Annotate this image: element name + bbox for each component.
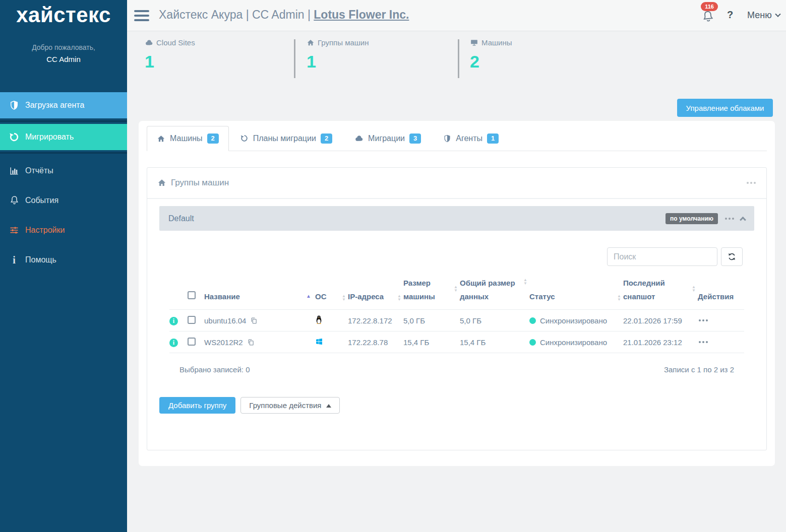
sliders-icon xyxy=(8,225,20,235)
cloud-icon xyxy=(354,135,364,142)
column-last-snapshot[interactable]: Последний снапшот xyxy=(623,276,698,310)
bar-chart-icon xyxy=(8,166,20,176)
select-all-checkbox-cell xyxy=(188,276,204,310)
table-footer: Выбрано записей: 0 Записи с 1 по 2 из 2 xyxy=(169,353,744,374)
header-info-spacer xyxy=(169,276,188,310)
status-text: Синхронизировано xyxy=(540,338,607,347)
help-button[interactable]: ? xyxy=(727,9,733,21)
column-os[interactable]: ОС xyxy=(315,276,348,310)
selected-records-text: Выбрано записей: 0 xyxy=(179,365,250,374)
group-accordion-header[interactable]: Default по умолчанию xyxy=(159,206,754,231)
card-title: Группы машин xyxy=(171,178,229,188)
tab-migrations[interactable]: Миграции 3 xyxy=(343,126,432,151)
chevron-up-icon[interactable] xyxy=(740,217,746,223)
refresh-icon xyxy=(727,252,737,261)
select-all-checkbox[interactable] xyxy=(188,291,196,299)
sort-icon xyxy=(342,294,346,301)
manage-clouds-button[interactable]: Управление облаками xyxy=(677,99,773,117)
last-snapshot: 22.01.2026 17:59 xyxy=(623,310,698,331)
tab-count-badge: 1 xyxy=(487,134,499,144)
column-actions: Действия xyxy=(698,276,744,310)
sidebar: хайстекс Добро пожаловать, CC Admin Загр… xyxy=(0,0,127,532)
stat-value: 1 xyxy=(307,52,369,71)
status-dot xyxy=(529,317,536,324)
stat-machine-groups: Группы машин 1 xyxy=(307,38,369,71)
group-options-icon[interactable] xyxy=(724,218,735,220)
stat-value: 1 xyxy=(145,52,195,71)
menu-dropdown[interactable]: Меню xyxy=(747,10,780,21)
sidebar-item-settings[interactable]: Настройки xyxy=(0,215,127,245)
cloud-icon xyxy=(145,39,153,46)
card-header: Группы машин xyxy=(147,168,766,199)
column-data-size[interactable]: Общий размер данных xyxy=(460,276,529,310)
sidebar-item-events[interactable]: События xyxy=(0,185,127,215)
home-icon xyxy=(157,135,165,143)
status-dot xyxy=(529,339,536,346)
group-actions-button[interactable]: Групповые действия xyxy=(240,397,340,414)
main-area: Хайстекс Акура | CC Admin | Lotus Flower… xyxy=(127,0,786,532)
column-status[interactable]: Статус xyxy=(529,276,623,310)
card-actions: Добавить группу Групповые действия xyxy=(159,397,766,414)
data-size: 5,0 ГБ xyxy=(460,310,529,331)
row-actions-icon[interactable] xyxy=(698,341,741,343)
info-icon[interactable] xyxy=(169,339,178,347)
notifications-count-badge: 116 xyxy=(701,2,718,11)
page-title-text: Хайстекс Акура | CC Admin | xyxy=(159,8,314,21)
row-checkbox[interactable] xyxy=(188,316,196,324)
add-group-button[interactable]: Добавить группу xyxy=(159,397,235,414)
stat-cloud-sites: Cloud Sites 1 xyxy=(145,38,195,71)
linux-icon xyxy=(315,315,323,324)
history-icon xyxy=(8,131,20,143)
organization-link[interactable]: Lotus Flower Inc. xyxy=(314,8,409,21)
tab-label: Агенты xyxy=(456,134,482,143)
sidebar-item-label: Загрузка агента xyxy=(25,101,84,110)
sidebar-menu: Загрузка агента Мигрировать Отчёты Событ… xyxy=(0,92,127,275)
column-ip[interactable]: IP-адреса xyxy=(348,276,403,310)
sidebar-item-label: Отчёты xyxy=(25,166,53,175)
row-checkbox[interactable] xyxy=(188,338,196,346)
windows-icon xyxy=(315,338,323,346)
current-user: CC Admin xyxy=(0,53,127,65)
search-input[interactable] xyxy=(607,247,717,266)
top-bar: Хайстекс Акура | CC Admin | Lotus Flower… xyxy=(127,0,786,31)
page-title: Хайстекс Акура | CC Admin | Lotus Flower… xyxy=(159,8,409,22)
machine-size: 5,0 ГБ xyxy=(403,310,460,331)
info-icon: i xyxy=(8,255,20,264)
column-machine-size[interactable]: Размер машины xyxy=(403,276,460,310)
table-row[interactable]: WS2012R2 172.22.8.78 15,4 ГБ 15,4 ГБ Син… xyxy=(169,331,744,353)
hamburger-menu-icon[interactable] xyxy=(134,10,149,24)
search-row xyxy=(159,247,754,266)
menu-separator xyxy=(0,118,127,124)
machine-name: ubuntu16.04 xyxy=(204,316,246,325)
group-accordion-content: Название ОС IP-адреса Размер машины Общи… xyxy=(159,247,754,374)
default-badge: по умолчанию xyxy=(666,213,718,224)
menu-dropdown-label: Меню xyxy=(747,10,772,21)
table-row[interactable]: ubuntu16.04 172.22.8.172 5,0 ГБ 5,0 ГБ С… xyxy=(169,310,744,331)
triangle-up-icon xyxy=(326,402,331,408)
tab-agents[interactable]: Агенты 1 xyxy=(432,126,510,151)
machine-ip: 172.22.8.172 xyxy=(348,310,403,331)
group-actions-label: Групповые действия xyxy=(249,401,321,410)
last-snapshot: 21.01.2026 23:12 xyxy=(623,331,698,353)
tab-machines[interactable]: Машины 2 xyxy=(147,126,229,151)
sidebar-item-help[interactable]: i Помощь xyxy=(0,245,127,275)
refresh-button[interactable] xyxy=(721,247,743,266)
stat-divider xyxy=(458,39,459,78)
sidebar-item-label: Мигрировать xyxy=(25,132,74,142)
sort-icon xyxy=(617,294,621,301)
copy-icon[interactable] xyxy=(250,317,258,324)
notifications-bell-icon[interactable] xyxy=(700,9,715,26)
sidebar-item-migrate[interactable]: Мигрировать xyxy=(0,124,127,150)
history-icon xyxy=(240,134,249,143)
sidebar-item-reports[interactable]: Отчёты xyxy=(0,156,127,185)
sidebar-item-label: Помощь xyxy=(25,255,56,264)
info-icon[interactable] xyxy=(169,317,178,325)
sidebar-item-agent-download[interactable]: Загрузка агента xyxy=(0,92,127,118)
copy-icon[interactable] xyxy=(247,339,255,346)
records-range-text: Записи с 1 по 2 из 2 xyxy=(664,365,734,374)
card-options-icon[interactable] xyxy=(746,182,756,184)
column-name[interactable]: Название xyxy=(204,276,315,310)
row-actions-icon[interactable] xyxy=(698,319,741,321)
tab-migration-plans[interactable]: Планы миграции 2 xyxy=(229,126,343,151)
sidebar-item-label: Настройки xyxy=(25,226,65,235)
